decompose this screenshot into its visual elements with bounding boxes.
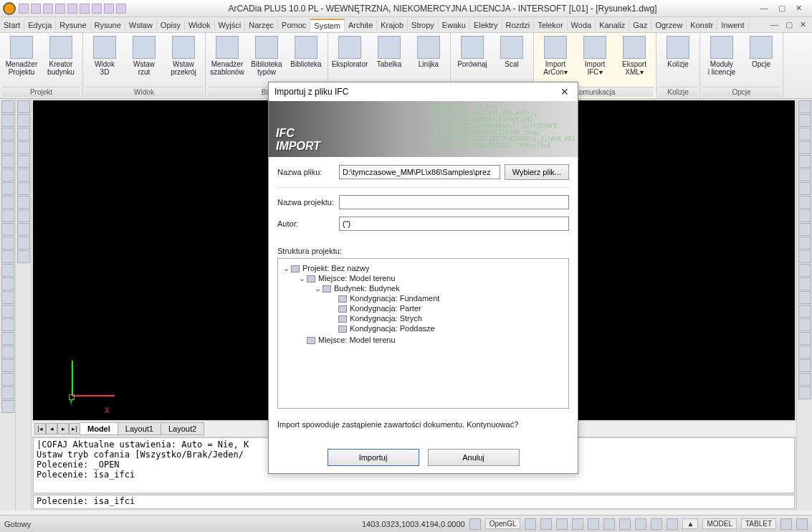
tree-root[interactable]: Projekt: Bez nazwy [302, 264, 370, 272]
tool-btn[interactable] [1, 100, 14, 113]
layout-tab[interactable]: Layout1 [118, 422, 161, 435]
tree-site[interactable]: Miejsce: Model terenu [318, 274, 396, 282]
ribbon-button[interactable]: Wstawrzut [125, 34, 163, 76]
tool-btn[interactable] [1, 277, 14, 290]
tool-btn[interactable] [1, 318, 14, 331]
status-icon[interactable] [635, 518, 646, 530]
tool-btn[interactable] [17, 196, 30, 209]
tool-btn[interactable] [798, 223, 811, 236]
tab-nav-last[interactable]: ▸| [69, 423, 80, 434]
tool-btn[interactable] [1, 209, 14, 222]
browse-button[interactable]: Wybierz plik... [505, 164, 569, 180]
ribbon-button[interactable]: Bibliotekatypów [247, 34, 286, 76]
menu-item[interactable]: Archite [345, 19, 377, 31]
tool-btn[interactable] [798, 168, 811, 181]
tool-btn[interactable] [1, 373, 14, 386]
ribbon-button[interactable]: Tabelka [370, 34, 409, 68]
tool-btn[interactable] [1, 332, 14, 345]
tab-nav-first[interactable]: |◂ [34, 423, 46, 434]
tool-btn[interactable] [17, 100, 30, 113]
tool-btn[interactable] [1, 168, 14, 181]
ribbon-button[interactable]: MenadżerProjektu [2, 34, 41, 76]
menu-item[interactable]: Telekor [534, 19, 567, 31]
tool-btn[interactable] [1, 359, 14, 372]
mdi-minimize[interactable]: — [770, 20, 778, 29]
tab-nav-prev[interactable]: ◂ [46, 423, 57, 434]
mdi-close[interactable]: ✕ [800, 20, 806, 29]
tool-btn[interactable] [1, 155, 14, 168]
menu-item[interactable]: Kanaliz [596, 19, 629, 31]
tool-btn[interactable] [798, 196, 811, 209]
tool-btn[interactable] [798, 128, 811, 141]
tree-site[interactable]: Miejsce: Model terenu [318, 336, 396, 344]
ribbon-button[interactable]: EksportXML▾ [615, 34, 654, 76]
ribbon-button[interactable]: Scal [492, 34, 531, 68]
ribbon-button[interactable]: Kreatorbudynku [42, 34, 80, 76]
menu-item[interactable]: Widok [185, 19, 215, 31]
tool-btn[interactable] [17, 182, 30, 195]
menu-item[interactable]: Gaz [629, 19, 651, 31]
menu-item[interactable]: System [310, 19, 345, 32]
tool-btn[interactable] [798, 114, 811, 127]
menu-item[interactable]: Elektry [470, 19, 502, 31]
project-input[interactable] [339, 195, 569, 209]
menu-item[interactable]: Rozdzi [502, 19, 535, 31]
tool-btn[interactable] [798, 305, 811, 318]
tool-btn[interactable] [798, 386, 811, 399]
ribbon-button[interactable]: Opcje [742, 34, 780, 68]
ribbon-button[interactable]: Linijka [409, 34, 448, 68]
tool-btn[interactable] [798, 332, 811, 345]
tree-storey[interactable]: Kondygnacja: Fundament [350, 294, 439, 303]
status-toggle[interactable]: TABLET [741, 518, 776, 529]
menu-item[interactable]: Narzęc [245, 19, 278, 31]
tool-btn[interactable] [1, 141, 14, 154]
tool-btn[interactable] [1, 182, 14, 195]
tool-btn[interactable] [17, 168, 30, 181]
tool-btn[interactable] [798, 264, 811, 277]
tool-btn[interactable] [798, 237, 811, 250]
status-icon[interactable] [796, 518, 808, 530]
tool-btn[interactable] [1, 291, 14, 304]
status-icon[interactable] [603, 518, 615, 530]
ribbon-button[interactable]: ImportArCon▾ [536, 34, 575, 76]
command-line[interactable]: Polecenie: isa_ifci [33, 495, 795, 509]
tool-btn[interactable] [1, 305, 14, 318]
tool-btn[interactable] [17, 237, 30, 250]
tool-btn[interactable] [1, 400, 14, 413]
menu-item[interactable]: Wyjści [215, 19, 246, 31]
status-icon[interactable] [469, 518, 481, 530]
tool-btn[interactable] [1, 386, 14, 399]
qat-btn[interactable] [67, 4, 77, 14]
tree-storey[interactable]: Kondygnacja: Parter [350, 304, 421, 313]
status-icon[interactable] [619, 518, 631, 530]
tool-btn[interactable] [17, 209, 30, 222]
close-button[interactable]: ✕ [796, 4, 802, 13]
qat-btn[interactable] [80, 4, 90, 14]
project-tree[interactable]: ⌄Projekt: Bez nazwy ⌄Miejsce: Model tere… [277, 258, 569, 409]
tool-btn[interactable] [1, 250, 14, 263]
tool-btn[interactable] [798, 277, 811, 290]
tab-nav-next[interactable]: ▸ [57, 423, 69, 434]
ribbon-button[interactable]: Modułyi licencje [702, 34, 741, 76]
tool-btn[interactable] [1, 237, 14, 250]
ribbon-button[interactable]: ImportIFC▾ [575, 34, 614, 76]
status-toggle[interactable]: MODEL [702, 518, 737, 529]
menu-item[interactable]: Pomoc [278, 19, 310, 31]
tool-btn[interactable] [17, 128, 30, 141]
tool-btn[interactable] [1, 196, 14, 209]
tool-btn[interactable] [17, 141, 30, 154]
ribbon-button[interactable]: Biblioteka [287, 34, 325, 68]
tool-btn[interactable] [17, 223, 30, 236]
qat-btn[interactable] [43, 4, 53, 14]
menu-item[interactable]: Krajob [377, 19, 408, 31]
tool-btn[interactable] [798, 209, 811, 222]
status-icon[interactable] [588, 518, 599, 530]
status-icon[interactable] [667, 518, 678, 530]
menu-item[interactable]: Inwent [717, 19, 748, 31]
tool-btn[interactable] [798, 291, 811, 304]
menu-item[interactable]: Konstr [687, 19, 717, 31]
layout-tab[interactable]: Model [80, 422, 118, 435]
tool-btn[interactable] [17, 155, 30, 168]
qat-btn[interactable] [104, 4, 114, 14]
menu-item[interactable]: Rysune [91, 19, 125, 31]
